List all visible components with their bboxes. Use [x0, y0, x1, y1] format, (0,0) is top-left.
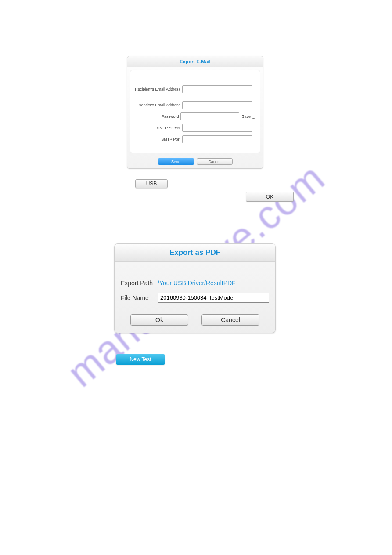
export-email-dialog: Export E-Mail Recipient's Email Address … — [127, 56, 263, 169]
smtp-server-row: SMTP Server — [135, 124, 255, 132]
save-checkbox[interactable] — [252, 115, 255, 119]
usb-button[interactable]: USB — [135, 179, 168, 188]
export-email-body: Recipient's Email Address Sender's Email… — [130, 70, 260, 153]
export-pdf-title: Export as PDF — [115, 244, 275, 262]
sender-input[interactable] — [182, 101, 252, 109]
export-email-title: Export E-Mail — [127, 56, 263, 67]
sender-row: Sender's Email Address — [135, 101, 255, 109]
pdf-cancel-button[interactable]: Cancel — [201, 314, 259, 326]
export-pdf-footer: Ok Cancel — [115, 306, 275, 333]
save-label: Save — [241, 114, 251, 119]
export-path-row: Export Path /Your USB Driver/ResultPDF — [121, 279, 269, 287]
export-path-label: Export Path — [121, 279, 158, 287]
new-test-button[interactable]: New Test — [116, 354, 165, 365]
password-row: Password Save — [135, 112, 255, 120]
smtp-port-row: SMTP Port — [135, 135, 255, 143]
password-input[interactable] — [180, 112, 239, 120]
export-pdf-body: Export Path /Your USB Driver/ResultPDF F… — [115, 262, 275, 306]
recipient-label: Recipient's Email Address — [135, 87, 182, 91]
filename-row: File Name — [121, 293, 269, 303]
send-button[interactable]: Send — [158, 158, 194, 165]
recipient-input[interactable] — [182, 85, 252, 93]
pdf-ok-button[interactable]: Ok — [130, 314, 188, 326]
password-label: Password — [135, 114, 180, 119]
smtp-port-label: SMTP Port — [135, 137, 182, 141]
smtp-port-input[interactable] — [182, 135, 252, 143]
export-pdf-dialog: Export as PDF Export Path /Your USB Driv… — [114, 243, 276, 333]
email-cancel-button[interactable]: Cancel — [197, 158, 233, 165]
export-path-value: /Your USB Driver/ResultPDF — [158, 279, 236, 287]
smtp-server-label: SMTP Server — [135, 126, 182, 130]
recipient-row: Recipient's Email Address — [135, 85, 255, 93]
ok-button[interactable]: OK — [246, 192, 294, 202]
filename-label: File Name — [121, 294, 158, 301]
filename-input[interactable] — [158, 293, 269, 303]
sender-label: Sender's Email Address — [135, 103, 182, 107]
export-email-footer: Send Cancel — [127, 156, 263, 168]
smtp-server-input[interactable] — [182, 124, 252, 132]
